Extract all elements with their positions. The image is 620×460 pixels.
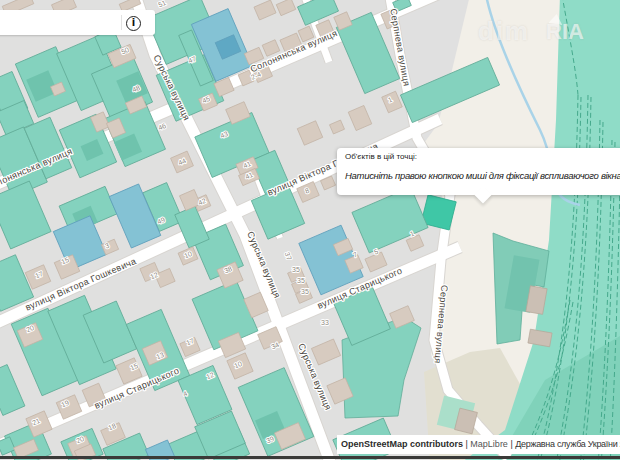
attribution-bar: OpenStreetMap contributors | MapLibre | …	[337, 435, 620, 454]
tooltip-title: Об'єктів в цій точці:	[345, 148, 620, 167]
info-button[interactable]: i	[126, 16, 141, 31]
control-divider	[121, 15, 122, 30]
house-number: 35	[297, 277, 305, 284]
house-number: 33	[321, 319, 329, 326]
map-control-bar[interactable]: i	[0, 10, 155, 35]
attribution-maplibre[interactable]: MapLibre	[470, 439, 508, 449]
window-bottom-edge	[0, 456, 620, 459]
map-tooltip: Об'єктів в цій точці: Натисніть правою к…	[337, 148, 620, 195]
house-number: 35	[292, 266, 300, 273]
watermark-ria-triangle	[548, 13, 563, 25]
watermark-dim: dim	[478, 16, 530, 47]
attribution-osm[interactable]: OpenStreetMap contributors	[341, 439, 463, 449]
tooltip-hint: Натисніть правою кнопкою миші для фіксац…	[345, 167, 620, 186]
house-number: 35	[301, 288, 309, 295]
map-canvas[interactable]: 51504845474644492-4434141428137353535383…	[0, 0, 620, 460]
attribution-agency[interactable]: Державна служба України з	[515, 439, 620, 449]
